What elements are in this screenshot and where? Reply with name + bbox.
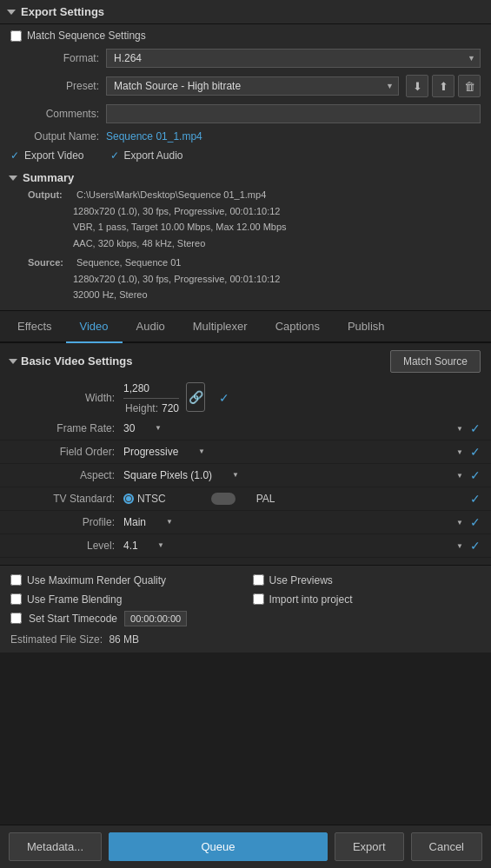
export-video-checkmark: ✓ bbox=[10, 149, 19, 162]
tab-multiplexer[interactable]: Multiplexer bbox=[179, 311, 262, 343]
tab-video[interactable]: Video bbox=[66, 311, 123, 343]
tab-audio[interactable]: Audio bbox=[123, 311, 179, 343]
export-audio-item: ✓ Export Audio bbox=[110, 149, 183, 162]
field-order-select[interactable]: Progressive bbox=[123, 446, 195, 458]
comments-input[interactable] bbox=[106, 104, 481, 123]
frame-rate-select-wrap[interactable]: 30 ▼ bbox=[123, 422, 463, 434]
summary-source-val3: 32000 Hz, Stereo bbox=[73, 288, 148, 302]
width-height-inputs: 1,280 Height: 720 🔗 bbox=[123, 382, 212, 414]
export-settings-title: Export Settings bbox=[21, 5, 104, 18]
frame-rate-select[interactable]: 30 bbox=[123, 422, 151, 434]
profile-select-wrap[interactable]: Main ▼ bbox=[123, 516, 463, 528]
field-order-label: Field Order: bbox=[10, 446, 123, 458]
delete-preset-btn[interactable]: 🗑 bbox=[458, 75, 481, 97]
link-dimensions-btn[interactable]: 🔗 bbox=[186, 382, 205, 412]
profile-select[interactable]: Main bbox=[123, 516, 163, 528]
width-input-row: 1,280 bbox=[123, 382, 179, 394]
timecode-value[interactable]: 00:00:00:00 bbox=[124, 611, 187, 626]
summary-source-row: Source: Sequence, Sequence 01 bbox=[10, 255, 481, 271]
export-audio-label[interactable]: Export Audio bbox=[124, 149, 183, 162]
frame-blending-label: Use Frame Blending bbox=[27, 593, 122, 606]
max-render-quality-checkbox[interactable] bbox=[10, 574, 22, 586]
link-icon-symbol: 🔗 bbox=[189, 390, 203, 404]
max-render-quality-row: Use Maximum Render Quality bbox=[10, 573, 239, 588]
field-order-row: Field Order: Progressive ▼ ✓ bbox=[0, 441, 491, 464]
pal-option[interactable]: PAL bbox=[256, 493, 275, 505]
summary-triangle bbox=[9, 176, 17, 181]
summary-output-line2: 1280x720 (1.0), 30 fps, Progressive, 00:… bbox=[10, 203, 481, 220]
summary-source-line3: 32000 Hz, Stereo bbox=[10, 287, 481, 303]
summary-source-val2: 1280x720 (1.0), 30 fps, Progressive, 00:… bbox=[73, 272, 281, 287]
timecode-row: Set Start Timecode 00:00:00:00 bbox=[10, 607, 481, 630]
frame-blending-row: Use Frame Blending bbox=[10, 592, 239, 607]
match-source-button[interactable]: Match Source bbox=[390, 350, 481, 373]
level-label: Level: bbox=[10, 540, 123, 552]
height-label-inline: Height: bbox=[123, 402, 158, 414]
summary-section: Summary Output: C:\Users\Mark\Desktop\Se… bbox=[0, 165, 491, 310]
export-video-label[interactable]: Export Video bbox=[24, 149, 84, 162]
cancel-button[interactable]: Cancel bbox=[411, 832, 482, 861]
summary-label: Summary bbox=[23, 171, 74, 184]
output-name-row: Output Name: Sequence 01_1.mp4 bbox=[0, 127, 491, 146]
match-sequence-row: Match Sequence Settings bbox=[0, 24, 491, 45]
queue-button[interactable]: Queue bbox=[109, 832, 328, 861]
summary-source-val1: Sequence, Sequence 01 bbox=[76, 255, 182, 270]
preset-actions: ⬇ ⬆ 🗑 bbox=[406, 75, 481, 97]
export-button[interactable]: Export bbox=[335, 832, 404, 861]
aspect-check: ✓ bbox=[470, 468, 481, 482]
summary-output-path: C:\Users\Mark\Desktop\Sequence 01_1.mp4 bbox=[76, 188, 266, 202]
level-select-wrap[interactable]: 4.1 ▼ bbox=[123, 540, 463, 552]
preset-select-wrap[interactable]: Match Source - High bitrate bbox=[106, 76, 399, 96]
collapse-triangle bbox=[7, 10, 16, 15]
format-select-wrap[interactable]: H.264 bbox=[106, 49, 481, 68]
format-control: H.264 bbox=[106, 49, 481, 68]
field-order-check: ✓ bbox=[470, 445, 481, 459]
preset-control: Match Source - High bitrate ⬇ ⬆ 🗑 bbox=[106, 75, 481, 97]
tab-effects[interactable]: Effects bbox=[3, 311, 66, 343]
options-grid: Use Maximum Render Quality Use Previews … bbox=[10, 573, 481, 607]
level-select[interactable]: 4.1 bbox=[123, 540, 154, 552]
width-value[interactable]: 1,280 bbox=[123, 382, 179, 394]
aspect-select[interactable]: Square Pixels (1.0) bbox=[123, 469, 229, 481]
aspect-select-wrap[interactable]: Square Pixels (1.0) ▼ bbox=[123, 469, 463, 481]
use-previews-checkbox[interactable] bbox=[253, 574, 264, 586]
filesize-value: 86 MB bbox=[109, 633, 139, 646]
export-audio-checkmark: ✓ bbox=[110, 149, 119, 162]
set-start-timecode-label: Set Start Timecode bbox=[29, 613, 117, 625]
width-label: Width: bbox=[10, 392, 123, 404]
share-preset-btn[interactable]: ⬆ bbox=[432, 75, 455, 97]
tv-standard-label: TV Standard: bbox=[10, 493, 123, 505]
summary-header[interactable]: Summary bbox=[10, 169, 481, 187]
match-sequence-checkbox[interactable] bbox=[10, 30, 22, 42]
profile-check: ✓ bbox=[470, 515, 481, 529]
wh-divider bbox=[123, 398, 179, 399]
bottom-options: Use Maximum Render Quality Use Previews … bbox=[0, 565, 491, 653]
frame-blending-checkbox[interactable] bbox=[10, 593, 22, 605]
tab-captions[interactable]: Captions bbox=[262, 311, 334, 343]
height-input-row: Height: 720 bbox=[123, 402, 179, 414]
metadata-button[interactable]: Metadata... bbox=[9, 832, 102, 861]
field-order-select-wrap[interactable]: Progressive ▼ bbox=[123, 446, 463, 458]
set-start-timecode-checkbox[interactable] bbox=[10, 613, 22, 624]
filesize-label: Estimated File Size: bbox=[10, 633, 103, 646]
use-previews-label: Use Previews bbox=[269, 574, 333, 586]
preset-select[interactable]: Match Source - High bitrate bbox=[106, 76, 399, 96]
tab-publish[interactable]: Publish bbox=[334, 311, 399, 343]
output-name-value[interactable]: Sequence 01_1.mp4 bbox=[106, 130, 202, 142]
frame-rate-check: ✓ bbox=[470, 421, 481, 435]
save-preset-btn[interactable]: ⬇ bbox=[406, 75, 428, 97]
summary-output-line4: AAC, 320 kbps, 48 kHz, Stereo bbox=[10, 235, 481, 252]
level-row: Level: 4.1 ▼ ✓ bbox=[0, 534, 491, 558]
height-value[interactable]: 720 bbox=[162, 402, 179, 414]
preset-label: Preset: bbox=[10, 80, 106, 92]
export-settings-header[interactable]: Export Settings bbox=[0, 0, 491, 24]
video-settings-panel: Basic Video Settings Match Source Width:… bbox=[0, 343, 491, 565]
format-select[interactable]: H.264 bbox=[106, 49, 481, 68]
frame-rate-row: Frame Rate: 30 ▼ ✓ bbox=[0, 417, 491, 441]
ntsc-radio[interactable] bbox=[123, 494, 134, 504]
summary-output-key: Output: bbox=[28, 188, 73, 202]
ntsc-option[interactable]: NTSC bbox=[123, 493, 166, 505]
import-project-checkbox[interactable] bbox=[253, 593, 264, 605]
ntsc-pal-toggle[interactable] bbox=[211, 493, 236, 505]
comments-control bbox=[106, 104, 481, 123]
